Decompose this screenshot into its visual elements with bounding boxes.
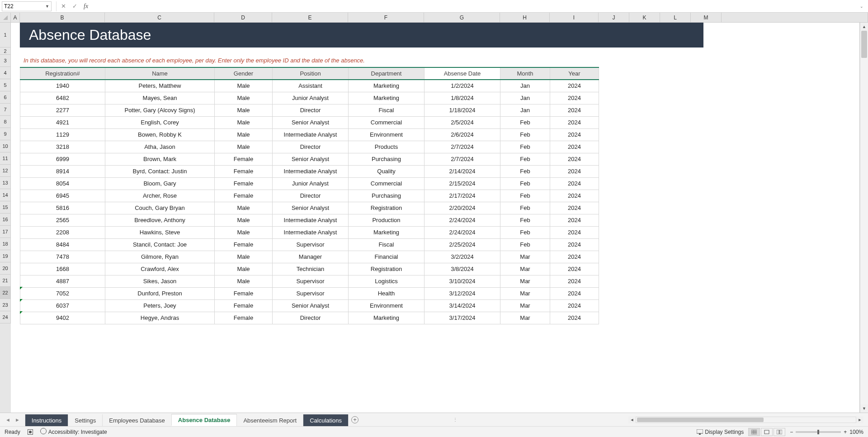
cell-position[interactable]: Senior Analyst [273,202,349,214]
table-row[interactable]: 6482Mayes, SeanMaleJunior AnalystMarketi… [20,92,599,104]
cell-position[interactable]: Junior Analyst [273,92,349,104]
cell-position[interactable]: Intermediate Analyst [273,214,349,226]
cell-reg[interactable]: 7052 [20,287,105,299]
cell-date[interactable]: 2/24/2024 [425,226,500,238]
cell-dept[interactable]: Fiscal [349,238,425,251]
cell-date[interactable]: 2/6/2024 [425,128,500,141]
cell-reg[interactable]: 8484 [20,238,105,251]
cell-gender[interactable]: Male [215,202,273,214]
cell-month[interactable]: Mar [500,299,550,312]
table-row[interactable]: 2208Hawkins, SteveMaleIntermediate Analy… [20,226,599,238]
zoom-thumb[interactable] [817,430,819,434]
cell-gender[interactable]: Male [215,116,273,128]
column-header-I[interactable]: I [550,13,599,22]
table-header-month[interactable]: Month [500,67,550,80]
cell-year[interactable]: 2024 [550,153,599,165]
cell-dept[interactable]: Marketing [349,312,425,324]
chevron-down-icon[interactable]: ▼ [45,4,49,9]
cell-dept[interactable]: Purchasing [349,153,425,165]
cell-name[interactable]: Bowen, Robby K [105,128,215,141]
column-header-K[interactable]: K [629,13,660,22]
new-sheet-button[interactable]: + [349,416,361,423]
row-header-1[interactable]: 1 [0,23,11,48]
cell-reg[interactable]: 4887 [20,275,105,287]
cell-date[interactable]: 3/2/2024 [425,251,500,263]
cell-year[interactable]: 2024 [550,287,599,299]
cell-date[interactable]: 2/25/2024 [425,238,500,251]
table-header-department[interactable]: Department [349,67,425,80]
hscroll-thumb[interactable] [637,418,764,422]
scroll-up-icon[interactable]: ▲ [860,23,868,31]
cell-name[interactable]: Peters, Joey [105,299,215,312]
row-header-24[interactable]: 24 [0,311,11,323]
enter-icon[interactable]: ✓ [72,3,77,10]
table-row[interactable]: 3218Atha, JasonMaleDirectorProducts2/7/2… [20,141,599,153]
table-row[interactable]: 6999Brown, MarkFemaleSenior AnalystPurch… [20,153,599,165]
row-header-13[interactable]: 13 [0,177,11,189]
cell-month[interactable]: Feb [500,116,550,128]
table-row[interactable]: 6037Peters, JoeyFemaleSenior AnalystEnvi… [20,299,599,312]
cell-reg[interactable]: 4921 [20,116,105,128]
cell-position[interactable]: Director [273,104,349,116]
cell-dept[interactable]: Products [349,141,425,153]
cell-month[interactable]: Feb [500,190,550,202]
cell-year[interactable]: 2024 [550,80,599,92]
row-header-12[interactable]: 12 [0,165,11,177]
cell-dept[interactable]: Purchasing [349,190,425,202]
accessibility-status[interactable]: Accessibility: Investigate [40,428,107,436]
column-header-L[interactable]: L [660,13,691,22]
column-header-C[interactable]: C [105,13,214,22]
cell-position[interactable]: Technician [273,263,349,275]
cell-date[interactable]: 2/20/2024 [425,202,500,214]
cell-dept[interactable]: Logistics [349,275,425,287]
cell-month[interactable]: Mar [500,251,550,263]
column-header-E[interactable]: E [272,13,348,22]
vscroll-track[interactable] [860,31,868,404]
table-row[interactable]: 7052Dunford, PrestonFemaleSupervisorHeal… [20,287,599,299]
cell-date[interactable]: 3/8/2024 [425,263,500,275]
cell-date[interactable]: 1/2/2024 [425,80,500,92]
cell-dept[interactable]: Registration [349,263,425,275]
table-header-registration-[interactable]: Registration# [20,67,105,80]
cell-reg[interactable]: 2277 [20,104,105,116]
cell-date[interactable]: 2/17/2024 [425,190,500,202]
cell-date[interactable]: 3/17/2024 [425,312,500,324]
cell-year[interactable]: 2024 [550,251,599,263]
cell-month[interactable]: Feb [500,177,550,190]
cell-year[interactable]: 2024 [550,141,599,153]
table-header-absense-date[interactable]: Absense Date [425,67,500,80]
cell-name[interactable]: Dunford, Preston [105,287,215,299]
cell-reg[interactable]: 1129 [20,128,105,141]
cell-date[interactable]: 2/5/2024 [425,116,500,128]
cell-gender[interactable]: Male [215,226,273,238]
cell-year[interactable]: 2024 [550,165,599,177]
display-settings-button[interactable]: Display Settings [697,429,744,435]
cell-position[interactable]: Manager [273,251,349,263]
cell-name[interactable]: Sikes, Jason [105,275,215,287]
scroll-left-icon[interactable]: ◄ [628,418,636,422]
row-header-8[interactable]: 8 [0,116,11,128]
cell-position[interactable]: Intermediate Analyst [273,128,349,141]
table-row[interactable]: 2565Breedlove, AnthonyMaleIntermediate A… [20,214,599,226]
column-header-A[interactable]: A [11,13,20,22]
cell-year[interactable]: 2024 [550,177,599,190]
sheet-tab-absenteeism-report[interactable]: Absenteeism Report [236,414,303,426]
cell-gender[interactable]: Female [215,190,273,202]
cell-month[interactable]: Feb [500,153,550,165]
cell-year[interactable]: 2024 [550,92,599,104]
cancel-icon[interactable]: ✕ [61,3,66,10]
cell-name[interactable]: Crawford, Alex [105,263,215,275]
row-header-21[interactable]: 21 [0,275,11,287]
cell-year[interactable]: 2024 [550,116,599,128]
table-row[interactable]: 1668Crawford, AlexMaleTechnicianRegistra… [20,263,599,275]
row-header-9[interactable]: 9 [0,128,11,140]
cell-dept[interactable]: Commercial [349,116,425,128]
cell-name[interactable]: Archer, Rose [105,190,215,202]
cell-gender[interactable]: Male [215,275,273,287]
cell-year[interactable]: 2024 [550,190,599,202]
cell-position[interactable]: Director [273,190,349,202]
zoom-value[interactable]: 100% [849,429,863,435]
row-header-22[interactable]: 22 [0,287,11,299]
vscroll-thumb[interactable] [861,31,867,58]
row-header-19[interactable]: 19 [0,250,11,262]
